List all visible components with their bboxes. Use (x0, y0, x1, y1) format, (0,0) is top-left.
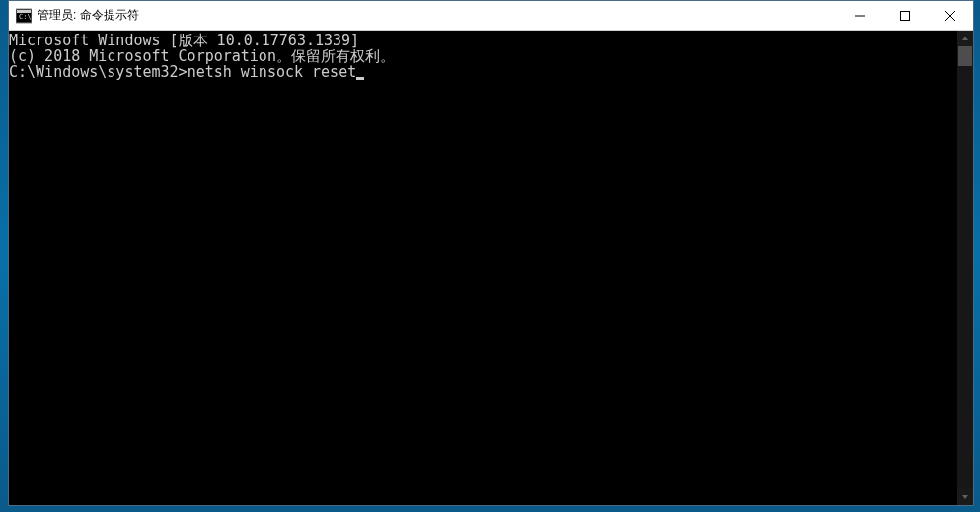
scrollbar[interactable] (957, 31, 973, 505)
scrollbar-track[interactable] (957, 46, 973, 489)
scrollbar-thumb[interactable] (958, 46, 972, 66)
terminal-line: Microsoft Windows [版本 10.0.17763.1339] (9, 33, 957, 48)
scrollbar-up-button[interactable] (957, 31, 973, 46)
svg-rect-4 (901, 11, 910, 20)
scrollbar-down-button[interactable] (957, 489, 973, 505)
close-button[interactable] (928, 1, 973, 30)
svg-text:C:\: C:\ (19, 13, 32, 21)
window-title: 管理员: 命令提示符 (38, 7, 837, 24)
terminal-prompt: C:\Windows\system32> (9, 63, 188, 81)
terminal-command: netsh winsock reset (188, 63, 357, 81)
maximize-button[interactable] (882, 1, 928, 30)
titlebar[interactable]: C:\ 管理员: 命令提示符 (9, 1, 973, 31)
cursor (356, 77, 364, 80)
cmd-icon: C:\ (16, 8, 32, 24)
command-prompt-window: C:\ 管理员: 命令提示符 Microsoft Windows [版本 10.… (8, 0, 974, 506)
minimize-button[interactable] (837, 1, 882, 30)
window-controls (837, 1, 973, 30)
terminal-area[interactable]: Microsoft Windows [版本 10.0.17763.1339](c… (9, 31, 973, 505)
terminal-content[interactable]: Microsoft Windows [版本 10.0.17763.1339](c… (9, 31, 957, 505)
terminal-line: (c) 2018 Microsoft Corporation。保留所有权利。 (9, 48, 957, 64)
